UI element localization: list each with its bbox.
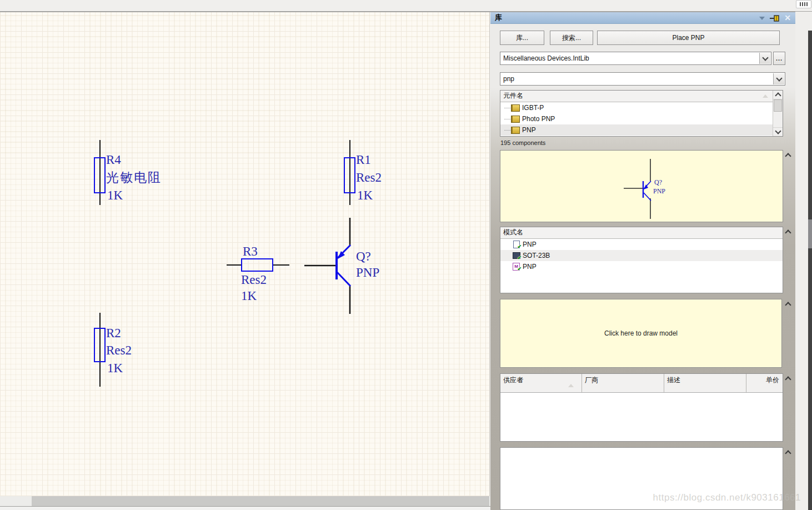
resistor-body [94,328,106,362]
component-list-header[interactable]: 元件名 [500,91,783,102]
comment: PNP [356,266,379,279]
component-name: PNP [522,126,536,134]
component-list: 元件名 IGBT-P Photo PNP PNP [500,90,783,137]
scroll-up-icon[interactable] [784,301,792,308]
column-manufacturer[interactable]: 厂商 [582,374,664,392]
library-dropdown-input[interactable] [500,52,771,64]
supplier-table-header: 供应者 厂商 描述 单价 [500,374,783,393]
tree-branch [504,108,510,108]
preview-designator: Q? [654,178,662,187]
wire [227,264,242,266]
scroll-up-icon[interactable] [784,376,792,382]
comment: Res2 [241,273,267,286]
preview-type: PNP [653,187,665,196]
comment: 光敏电阻 [106,171,162,184]
column-description[interactable]: 描述 [664,374,746,392]
libraries-button[interactable]: 库... [500,31,544,45]
model-list-header[interactable]: 模式名 [500,227,783,239]
library-dropdown[interactable] [500,52,771,65]
component-count: 195 components [500,139,545,146]
scroll-up-icon[interactable] [784,449,792,456]
comment: Res2 [356,171,382,184]
footprint-icon: ✔ [513,252,520,259]
canvas-hscroll-thumb[interactable] [32,496,489,506]
component-list-header-label: 元件名 [503,92,523,99]
model-preview-area[interactable]: Click here to draw model [500,299,782,368]
place-button-label: Place PNP [672,34,704,42]
model-name: PNP [523,263,537,271]
model-row[interactable]: ✔ PNP [500,239,783,250]
model-row-selected[interactable]: ✔ SOT-23B [500,250,783,261]
pnp-transistor-symbol [300,212,361,321]
designator: R1 [356,153,371,166]
more-button[interactable]: ... [773,52,785,65]
search-button[interactable]: 搜索... [550,31,593,45]
designator: Q? [356,250,371,263]
component-row-selected[interactable]: PNP [500,124,783,136]
libraries-button-label: 库... [516,33,528,43]
schematic-canvas[interactable]: R4 光敏电阻 1K R1 Res2 1K R3 Res2 1K R2 Res2… [0,12,490,496]
value: 1K [357,189,373,202]
value: 1K [241,289,257,302]
scroll-up-icon[interactable] [773,91,783,99]
designator: R3 [243,245,258,258]
simulation-file-icon: ✔ [513,241,520,248]
scroll-up-icon[interactable] [784,229,792,236]
model-name: PNP [523,241,537,248]
wire [272,264,289,266]
window-top-strip [0,0,812,12]
component-name: Photo PNP [522,115,555,123]
resistor-body [94,157,106,193]
status-strip [0,506,490,510]
component-row[interactable]: IGBT-P [500,102,783,113]
component-list-scrollbar[interactable] [773,91,783,136]
designator: R4 [106,153,121,166]
tree-branch [504,119,510,119]
value: 1K [107,189,123,202]
column-unit-price[interactable]: 单价 [746,374,783,392]
draw-model-hint: Click here to draw model [604,329,678,337]
panels-icon[interactable] [796,0,811,8]
value: 1K [107,362,123,374]
resistor-body [344,157,355,193]
page-scrollbar[interactable] [808,31,812,510]
page-scrollbar-thumb[interactable] [808,219,812,248]
supplier-table: 供应者 厂商 描述 单价 [500,373,783,442]
sim-model-icon: M✔ [513,263,520,271]
panel-title: 库 [495,13,502,22]
model-row[interactable]: M✔ PNP [500,261,783,272]
tree-branch [504,130,510,131]
filter-dropdown[interactable] [500,72,785,86]
scroll-down-icon[interactable] [773,127,783,136]
panel-titlebar[interactable]: 库 ✕ [490,12,795,24]
model-list-header-label: 模式名 [503,228,523,236]
filter-input[interactable] [500,73,785,85]
column-supplier[interactable]: 供应者 [500,374,582,392]
model-list: 模式名 ✔ PNP ✔ SOT-23B M✔ PNP [500,227,783,293]
scrollbar-thumb[interactable] [774,99,782,112]
scroll-up-icon[interactable] [784,152,792,159]
pnp-preview-symbol [620,157,675,219]
chevron-down-icon[interactable] [759,17,765,20]
chevron-down-icon[interactable] [773,73,784,84]
watermark: https://blog.csdn.net/k903161661 [639,492,801,503]
canvas-horizontal-scrollbar[interactable] [0,496,490,506]
symbol-preview[interactable]: Q? PNP [500,150,783,222]
resistor-body [241,258,273,272]
search-button-label: 搜索... [562,33,581,43]
sort-ascending-icon [763,94,768,98]
component-chip-icon [511,116,520,123]
component-row[interactable]: Photo PNP [500,113,783,124]
close-icon[interactable]: ✕ [783,12,792,24]
component-chip-icon [511,127,520,134]
model-name: SOT-23B [523,252,550,259]
pin-icon[interactable] [770,15,780,22]
designator: R2 [106,327,121,339]
more-button-label: ... [776,55,783,62]
sort-ascending-icon [568,384,574,387]
place-button[interactable]: Place PNP [597,31,780,45]
component-chip-icon [511,104,520,112]
chevron-down-icon[interactable] [759,53,770,64]
libraries-panel: 库 ✕ 库... 搜索... Place PNP ... 元件名 [490,12,795,510]
comment: Res2 [106,344,132,357]
